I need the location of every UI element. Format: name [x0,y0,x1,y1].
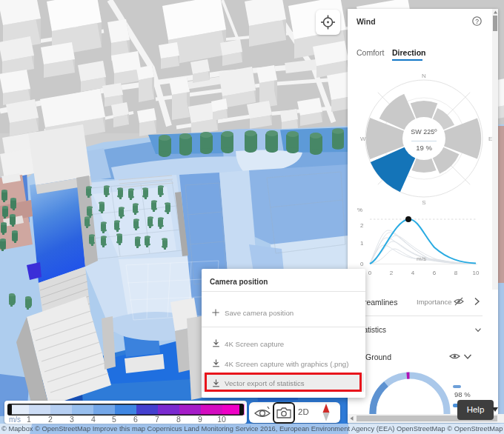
svg-text:1: 1 [360,240,364,247]
svg-text:10: 10 [473,270,480,276]
svg-text:W: W [360,136,366,142]
svg-text:N: N [422,73,426,79]
svg-text:?: ? [475,18,479,25]
svg-text:7: 7 [155,415,159,424]
svg-text:9: 9 [198,415,202,424]
svg-text:4: 4 [411,270,415,276]
svg-text:1: 1 [27,415,31,424]
svg-text:SW 225º: SW 225º [411,128,437,136]
svg-text:0: 0 [360,261,364,267]
svg-text:2: 2 [360,222,364,229]
svg-text:0: 0 [368,270,372,276]
svg-text:%: % [357,207,362,213]
svg-text:8: 8 [176,415,181,424]
svg-text:19 %: 19 % [416,144,432,152]
svg-text:3: 3 [70,415,74,424]
svg-text:m/s: m/s [417,256,426,262]
svg-text:8: 8 [454,270,458,276]
svg-text:4: 4 [91,415,96,424]
svg-text:10: 10 [217,415,226,424]
svg-text:5: 5 [112,415,116,424]
svg-text:6: 6 [433,270,437,276]
svg-text:m/s: m/s [9,415,21,424]
svg-text:2: 2 [390,270,394,276]
svg-text:6: 6 [133,415,138,424]
svg-text:2: 2 [48,415,53,424]
